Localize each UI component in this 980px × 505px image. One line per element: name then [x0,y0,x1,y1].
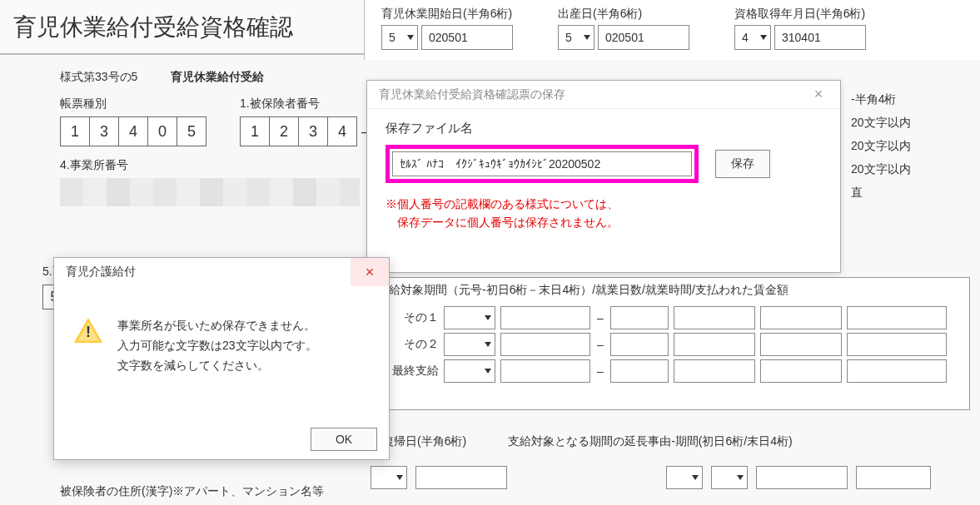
birth-date-input[interactable]: 020501 [598,25,689,50]
close-icon[interactable]: × [351,258,389,286]
first-day-input[interactable] [500,306,590,329]
note: 20文字以内 [851,134,980,157]
work-days-input[interactable] [674,306,755,329]
cell[interactable]: 4 [118,116,148,146]
chevron-down-icon [692,475,699,480]
office-no-redacted [60,178,360,206]
ext-reason-select[interactable] [666,466,703,489]
birth-date-label: 出産日(半角6桁) [558,7,689,22]
era-select[interactable] [444,333,495,356]
work-hours-input[interactable] [760,333,842,356]
dash: – [595,338,605,351]
filename-label: 保存ファイル名 [386,121,822,136]
last-day-input[interactable] [610,333,669,356]
insured-no-label: 1.被保険者番号 [240,97,374,111]
address-label: 被保険者の住所(漢字)※アパート、マンション名等 [60,484,324,499]
wage-input[interactable] [847,306,947,329]
work-hours-input[interactable] [760,359,842,383]
cell[interactable]: 3 [89,116,119,146]
ok-button[interactable]: OK [311,428,377,451]
chevron-down-icon [737,475,744,480]
message-dialog: 育児介護給付 × ! 事業所名が長いため保存できません。 入力可能な文字数は23… [53,257,390,460]
start-date-label: 育児休業開始日(半角6桁) [381,7,513,22]
era-select[interactable] [444,306,495,329]
era-select[interactable] [444,359,495,383]
birth-date-era-select[interactable]: 5 [558,25,594,50]
save-button[interactable]: 保存 [715,150,770,178]
dash: – [595,364,605,378]
cell[interactable]: 1 [60,116,90,146]
dash: – [595,311,605,324]
qual-date-label: 資格取得年月日(半角6桁) [734,7,866,22]
chevron-down-icon [760,35,767,40]
filename-highlight: ｾﾙｽﾞ ﾊﾅｺ ｲｸｼﾞｷｭｳｷﾞｮｳｶｲｼﾋﾞ20200502 [386,145,699,183]
save-warning-line2: 保存データに個人番号は保存されません。 [386,213,822,231]
payment-period-frame: 支給対象期間（元号-初日6桁－末日4桁）/就業日数/就業時間/支払われた賃金額 … [366,277,970,410]
table-row: その１ – [377,306,959,329]
first-day-input[interactable] [500,333,590,356]
message-line: 事業所名が長いため保存できません。 [117,316,317,336]
chevron-down-icon [485,315,491,320]
chevron-down-icon [485,342,491,347]
cell[interactable]: 5 [177,116,206,146]
extension-label: 支給対象となる期間の延長事由-期間(初日6桁/末日4桁) [508,434,792,449]
side-notes: -半角4桁 20文字以内 20文字以内 20文字以内 直 [851,87,980,204]
cell[interactable]: 1 [240,116,270,146]
save-dialog-title: 育児休業給付受給資格確認票の保存 [379,87,565,102]
chevron-down-icon [584,35,590,40]
ext-era-select[interactable] [711,466,748,489]
message-line: 文字数を減らしてください。 [117,356,317,376]
last-day-input[interactable] [610,306,669,329]
wage-input[interactable] [847,333,947,356]
return-date-era-select[interactable] [371,466,407,489]
note: -半角4桁 [851,87,980,111]
table-row: 最終支給 – [377,359,959,383]
wage-input[interactable] [847,359,947,383]
work-days-input[interactable] [674,333,755,356]
slip-type-cells[interactable]: 1 3 4 0 5 [60,116,206,146]
ext-last-day-input[interactable] [856,466,931,489]
form-no-label: 様式第33号の5 [60,70,137,85]
chevron-down-icon [407,35,414,40]
save-warning-line1: ※個人番号の記載欄のある様式については、 [386,195,822,213]
save-dialog: 育児休業給付受給資格確認票の保存 × 保存ファイル名 ｾﾙｽﾞ ﾊﾅｺ ｲｸｼﾞ… [366,80,841,273]
work-days-input[interactable] [674,359,755,383]
chevron-down-icon [485,369,491,374]
cell[interactable]: 4 [327,116,357,146]
insured-no-cells[interactable]: 1 2 3 4 – [240,116,374,146]
warning-icon: ! [74,318,102,346]
note: 20文字以内 [851,157,980,181]
message-dialog-title: 育児介護給付 [66,265,136,280]
qual-date-input[interactable]: 310401 [774,25,866,50]
close-icon[interactable]: × [803,84,833,106]
frame-title: 支給対象期間（元号-初日6桁－末日4桁）/就業日数/就業時間/支払われた賃金額 [377,283,959,298]
start-date-input[interactable]: 020501 [421,25,513,50]
note: 20文字以内 [851,111,980,134]
last-day-input[interactable] [610,359,669,383]
note: 直 [851,181,980,204]
ext-first-day-input[interactable] [756,466,848,489]
qual-date-era-select[interactable]: 4 [734,25,771,50]
chevron-down-icon [396,475,403,480]
cell[interactable]: 0 [147,116,177,146]
filename-input[interactable]: ｾﾙｽﾞ ﾊﾅｺ ｲｸｼﾞｷｭｳｷﾞｮｳｶｲｼﾋﾞ20200502 [392,151,692,176]
table-row: その２ – [377,333,959,356]
cell[interactable]: 3 [298,116,328,146]
top-right-panel: 育児休業開始日(半角6桁) 5 020501 出産日(半角6桁) 5 02050… [364,0,980,60]
slip-type-label: 帳票種別 [60,97,206,111]
message-line: 入力可能な文字数は23文字以内です。 [117,336,317,356]
first-day-input[interactable] [500,359,590,383]
work-hours-input[interactable] [760,306,842,329]
return-date-input[interactable] [415,466,507,489]
start-date-era-select[interactable]: 5 [381,25,418,50]
form-subtitle: 育児休業給付受給 [171,70,264,85]
cell[interactable]: 2 [269,116,299,146]
